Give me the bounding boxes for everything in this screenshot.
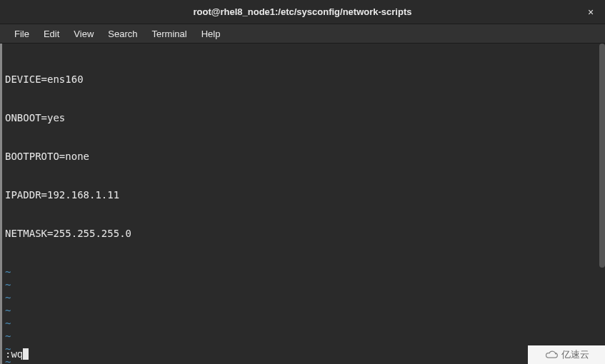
titlebar: root@rhel8_node1:/etc/sysconfig/network-…	[0, 0, 605, 24]
cloud-icon	[544, 350, 559, 360]
empty-lines: ~~~~~~~~~~~~~~~~~~	[5, 266, 595, 364]
scrollbar-thumb[interactable]	[599, 44, 605, 268]
file-line: DEVICE=ens160	[5, 73, 595, 86]
vim-tilde: ~	[5, 278, 595, 291]
file-line: ONBOOT=yes	[5, 111, 595, 124]
watermark: 亿速云	[528, 345, 605, 364]
watermark-text: 亿速云	[561, 348, 589, 361]
vim-tilde: ~	[5, 317, 595, 330]
vim-tilde: ~	[5, 355, 595, 364]
vim-tilde: ~	[5, 343, 595, 355]
cursor-icon	[23, 348, 29, 360]
menu-edit[interactable]: Edit	[36, 24, 66, 43]
menu-file[interactable]: File	[7, 24, 36, 43]
window-title: root@rhel8_node1:/etc/sysconfig/network-…	[194, 6, 412, 17]
vim-tilde: ~	[5, 291, 595, 304]
file-line: BOOTPROTO=none	[5, 150, 595, 163]
menu-search[interactable]: Search	[101, 24, 144, 43]
scrollbar[interactable]	[598, 44, 605, 364]
vim-tilde: ~	[5, 304, 595, 317]
terminal-content[interactable]: DEVICE=ens160 ONBOOT=yes BOOTPROTO=none …	[2, 44, 598, 364]
menu-help[interactable]: Help	[194, 24, 228, 43]
vim-tilde: ~	[5, 266, 595, 278]
vim-tilde: ~	[5, 330, 595, 343]
vim-command-line: :wq	[5, 348, 29, 360]
menu-view[interactable]: View	[66, 24, 101, 43]
menu-terminal[interactable]: Terminal	[145, 24, 194, 43]
file-line: IPADDR=192.168.1.11	[5, 188, 595, 201]
menubar: File Edit View Search Terminal Help	[0, 24, 605, 44]
terminal-area[interactable]: DEVICE=ens160 ONBOOT=yes BOOTPROTO=none …	[0, 44, 605, 364]
close-icon[interactable]: ×	[585, 6, 596, 18]
file-line: NETMASK=255.255.255.0	[5, 227, 595, 240]
